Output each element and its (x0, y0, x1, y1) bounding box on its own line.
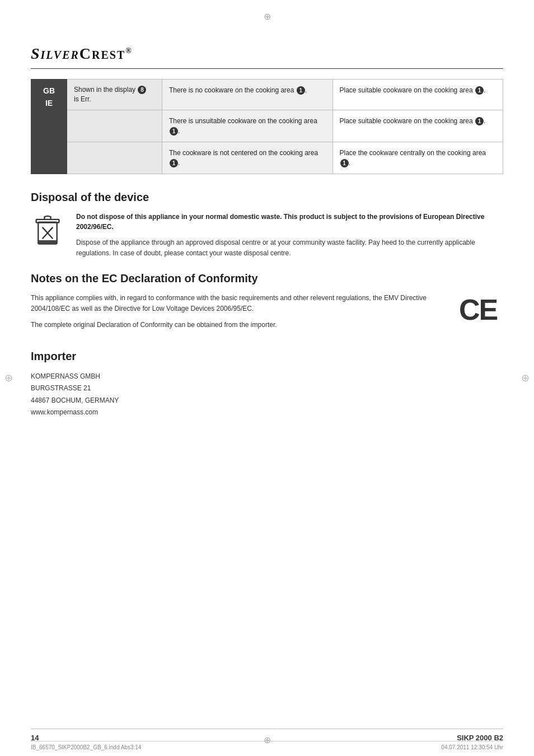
disposal-bold-text: Do not dispose of this appliance in your… (76, 212, 503, 232)
logo-silver: Silver (31, 45, 79, 62)
table-solution-2: Place suitable cookware on the cooking a… (333, 110, 503, 142)
table-solution-1: Place suitable cookware on the cooking a… (333, 80, 503, 110)
circle-icon-1b: 1 (475, 86, 484, 95)
ec-heading: Notes on the EC Declaration of Conformit… (31, 272, 503, 285)
lang-gb: GB (43, 85, 55, 97)
disposal-heading: Disposal of the device (31, 191, 503, 204)
table-problem-2: There is unsuitable cookware on the cook… (162, 110, 333, 142)
importer-lines: KOMPERNASS GMBH BURGSTRASSE 21 44867 BOC… (31, 371, 503, 419)
footer-subbar: IB_66570_SIKP2000B2_GB_6.indd Abs3:14 04… (31, 741, 503, 750)
footer-file-info: IB_66570_SIKP2000B2_GB_6.indd Abs3:14 (31, 744, 141, 750)
table-label-col: Shown in the display 8is Err. (67, 80, 162, 110)
lang-column: GB IE (31, 79, 67, 174)
table-solution-3: Place the cookware centrally on the cook… (333, 142, 503, 174)
disposal-normal-text: Dispose of the appliance through an appr… (76, 237, 503, 259)
ec-text-block: This appliance complies with, in regard … (31, 293, 444, 337)
circle-icon-8: 8 (138, 86, 146, 94)
circle-icon-3a: 1 (170, 159, 178, 167)
logo-crest: Crest (79, 45, 125, 62)
logo-registered: ® (125, 46, 132, 55)
table-label-col-3 (67, 142, 162, 174)
disposal-text-block: Do not dispose of this appliance in your… (76, 212, 503, 259)
importer-section: Importer KOMPERNASS GMBH BURGSTRASSE 21 … (31, 350, 503, 419)
reg-mark-left: ⊕ (4, 372, 13, 384)
table-problem-1: There is no cookware on the cooking area… (162, 80, 333, 110)
footer-timestamp: 04.07.2011 12:30:54 Uhr (441, 744, 503, 750)
ec-body: This appliance complies with, in regard … (31, 293, 503, 337)
error-table: GB IE Shown in the display 8is Err. Ther… (31, 79, 503, 174)
display-label-text: Shown in the display 8is Err. (74, 86, 146, 103)
reg-mark-right: ⊕ (521, 372, 530, 384)
importer-line-1: KOMPERNASS GMBH (31, 371, 503, 383)
circle-icon-2a: 1 (170, 127, 178, 136)
disposal-body: Do not dispose of this appliance in your… (31, 212, 503, 259)
brand-logo: SilverCrest® (31, 45, 133, 62)
logo-section: SilverCrest® (31, 45, 503, 69)
importer-line-3: 44867 BOCHUM, GERMANY (31, 395, 503, 407)
importer-line-2: BURGSTRASSE 21 (31, 382, 503, 395)
disposal-section: Disposal of the device (31, 191, 503, 259)
circle-icon-2b: 1 (475, 117, 484, 125)
ec-text-2: The complete original Declaration of Con… (31, 320, 444, 330)
circle-icon-1a: 1 (297, 86, 305, 95)
ce-mark: CE (453, 293, 503, 326)
table-label-col-2 (67, 110, 162, 142)
table-main: Shown in the display 8is Err. There is n… (67, 79, 503, 174)
lang-ie: IE (45, 97, 53, 109)
weee-icon (31, 212, 67, 259)
footer: 14 SIKP 2000 B2 (31, 729, 503, 742)
ec-text-1: This appliance complies with, in regard … (31, 293, 444, 314)
table-row: There is unsuitable cookware on the cook… (67, 110, 503, 142)
svg-rect-1 (36, 220, 59, 223)
table-problem-3: The cookware is not centered on the cook… (162, 142, 333, 174)
table-row: Shown in the display 8is Err. There is n… (67, 80, 503, 110)
ec-declaration-section: Notes on the EC Declaration of Conformit… (31, 272, 503, 337)
importer-line-4: www.kompernass.com (31, 407, 503, 419)
svg-rect-4 (38, 240, 57, 244)
circle-icon-3b: 1 (340, 159, 349, 167)
reg-mark-top: ⊕ (262, 11, 272, 21)
importer-heading: Importer (31, 350, 503, 363)
table-row: The cookware is not centered on the cook… (67, 142, 503, 174)
